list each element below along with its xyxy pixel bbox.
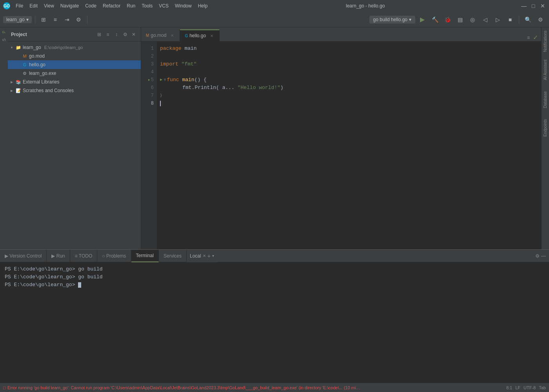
window-controls: — □ ✕ (521, 3, 546, 9)
exe-icon: ⚙ (22, 71, 27, 76)
tree-item-external-libs[interactable]: ▶ 📚 External Libraries (8, 78, 141, 86)
menu-vcs[interactable]: VCS (156, 2, 171, 9)
tree-item-hello-go[interactable]: G hello.go (8, 60, 141, 69)
forward-button[interactable]: ▷ (492, 14, 503, 25)
tab-version-control[interactable]: ▶ Version Control (0, 250, 47, 262)
tab-actions-menu[interactable]: ≡ (527, 35, 530, 40)
status-encoding[interactable]: UTF-8 (524, 385, 536, 390)
terminal-settings-icon[interactable]: ⚙ (535, 253, 540, 259)
line-num-2: 2 (151, 53, 154, 60)
tab-close-go-mod[interactable]: ✕ (169, 33, 175, 38)
editor-tabs: M go.mod ✕ G hello.go ✕ ≡ ✓ (141, 27, 541, 42)
toolbar-separator-1 (35, 16, 35, 24)
maximize-button[interactable]: □ (530, 3, 536, 9)
tab-label-problems: ○ Problems (102, 253, 126, 259)
minimize-button[interactable]: — (521, 3, 527, 9)
panel-sort-icon[interactable]: ↕ (113, 31, 120, 38)
terminal-minimize-icon[interactable]: — (541, 253, 546, 259)
scroll-to-button[interactable]: ⇥ (62, 15, 72, 25)
tree-item-learn-go-exe[interactable]: ⚙ learn_go.exe (8, 69, 141, 78)
run-config-dropdown: ▾ (409, 17, 411, 22)
fold-end-icon: } (160, 92, 162, 100)
tab-problems[interactable]: ○ Problems (97, 250, 131, 262)
right-panel-database[interactable]: Database (542, 90, 548, 110)
project-selector[interactable]: learn_go ▾ (3, 16, 32, 23)
expand-all-button[interactable]: ⊞ (38, 15, 49, 25)
status-line-ending[interactable]: LF (515, 385, 520, 390)
settings-right-button[interactable]: ⚙ (535, 14, 546, 25)
status-indent[interactable]: Tab (539, 385, 546, 390)
run-configuration[interactable]: go build hello.go ▾ (369, 16, 415, 24)
kw-func-keyword: func (167, 76, 182, 84)
tab-terminal[interactable]: Terminal (131, 250, 159, 262)
coverage-button[interactable]: ▤ (454, 14, 465, 25)
error-text: Error running 'go build learn_go': Canno… (7, 385, 360, 390)
menu-code[interactable]: Code (83, 2, 99, 9)
terminal-prompt-1: PS E:\code\go\learn_go> go build (5, 266, 103, 272)
gofile-icon: G (22, 62, 27, 67)
stop-button[interactable]: ■ (505, 14, 516, 25)
code-content[interactable]: package main import "fmt" ▶ ▽ func main(… (157, 42, 541, 249)
terminal-line-2: PS E:\code\go\learn_go> go build (5, 273, 544, 281)
code-editor[interactable]: 1 2 3 4 ▶5 6 7 8 package main import "fm… (141, 42, 541, 249)
menu-view[interactable]: View (42, 2, 56, 9)
menu-run[interactable]: Run (124, 2, 138, 9)
terminal-dropdown-icon[interactable]: ▾ (212, 254, 214, 258)
menu-file[interactable]: File (13, 2, 25, 9)
project-panel: Project ⊞ ≡ ↕ ⚙ ✕ ▼ 📁 learn_go E:\code\g… (8, 27, 141, 249)
menu-tools[interactable]: Tools (139, 2, 155, 9)
tree-arrow-go-mod (16, 54, 20, 58)
menu-window[interactable]: Window (173, 2, 194, 9)
menu-help[interactable]: Help (196, 2, 210, 9)
tab-close-hello-go[interactable]: ✕ (209, 33, 215, 38)
text-cursor (160, 101, 161, 106)
terminal-add-icon[interactable]: + (207, 253, 211, 259)
right-panel-notifications[interactable]: Notifications (542, 29, 548, 53)
run-button[interactable]: ▶ (417, 14, 428, 25)
panel-expand-icon[interactable]: ⊞ (95, 31, 103, 38)
bottom-tab-icons: ⚙ — (532, 253, 549, 259)
terminal-prompt-2: PS E:\code\go\learn_go> go build (5, 274, 103, 280)
tab-label-services: Services (164, 253, 182, 259)
tree-item-scratches[interactable]: ▶ 📝 Scratches and Consoles (8, 86, 141, 95)
search-button[interactable]: 🔍 (522, 14, 533, 25)
left-panel-project[interactable]: P (1, 29, 7, 35)
tree-label-scratches: Scratches and Consoles (23, 88, 74, 93)
line-num-3: 3 (151, 60, 154, 68)
panel-close-icon[interactable]: ✕ (130, 31, 138, 38)
debug-button[interactable]: 🐞 (442, 14, 453, 25)
tab-todo[interactable]: ≡ TODO (70, 250, 98, 262)
project-label: learn_go (6, 17, 25, 22)
build-button[interactable]: 🔨 (429, 14, 440, 25)
panel-settings-icon[interactable]: ⚙ (121, 31, 129, 38)
panel-collapse-icon[interactable]: ≡ (104, 31, 112, 38)
tab-services[interactable]: Services (159, 250, 187, 262)
collapse-all-button[interactable]: ≡ (50, 15, 60, 25)
tab-icon-go-mod: M (146, 33, 149, 38)
menu-navigate[interactable]: Navigate (58, 2, 81, 9)
tab-go-mod[interactable]: M go.mod ✕ (141, 29, 180, 41)
kw-main-func: main (182, 76, 194, 84)
settings-button[interactable]: ⚙ (74, 15, 84, 25)
run-gutter-icon: ▶ (160, 76, 162, 84)
terminal-local-close[interactable]: ✕ (203, 254, 206, 258)
profile-button[interactable]: ◎ (467, 14, 478, 25)
tree-item-learn-go[interactable]: ▼ 📁 learn_go E:\code\go\learn_go (8, 43, 141, 52)
tree-item-go-mod[interactable]: M go.mod (8, 52, 141, 60)
close-button[interactable]: ✕ (540, 3, 546, 9)
menu-refactor[interactable]: Refactor (100, 2, 123, 9)
right-panel-ai[interactable]: AI Assistant (542, 58, 548, 82)
tab-run[interactable]: ▶ Run (47, 250, 70, 262)
code-line-2 (160, 53, 541, 60)
menu-edit[interactable]: Edit (27, 2, 40, 9)
tree-label-hello-go: hello.go (29, 62, 45, 67)
line-num-5: ▶5 (148, 76, 154, 84)
tab-hello-go[interactable]: G hello.go ✕ (180, 29, 220, 41)
terminal-content[interactable]: PS E:\code\go\learn_go> go build PS E:\c… (0, 262, 549, 383)
status-position[interactable]: 8:1 (506, 385, 512, 390)
right-panel-endpoints[interactable]: Endpoints (542, 118, 548, 138)
toolbar-separator-2 (87, 16, 87, 24)
left-panel-structure[interactable]: S (1, 37, 7, 43)
terminal-local-label: Local (190, 253, 201, 259)
back-button[interactable]: ◁ (480, 14, 491, 25)
